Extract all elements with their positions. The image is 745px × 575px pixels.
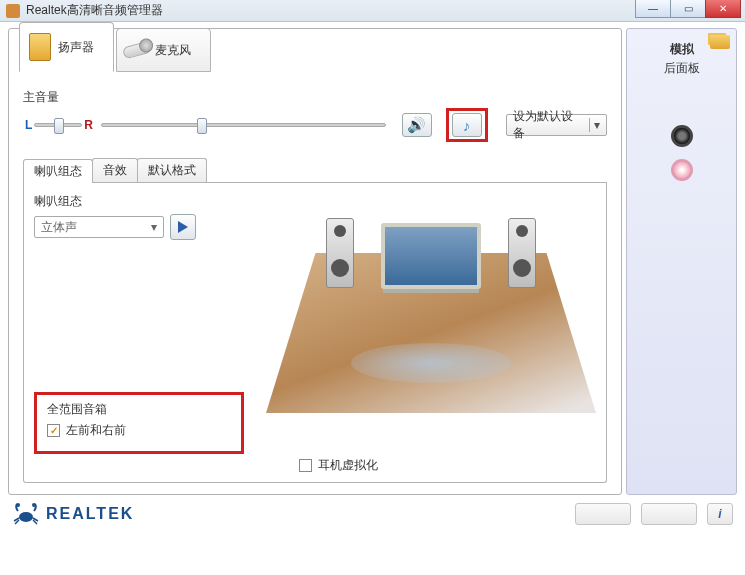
tab-mic[interactable]: 麦克风 (116, 28, 211, 72)
main-volume-label: 主音量 (23, 89, 607, 106)
device-tabs: 扬声器 麦克风 (19, 28, 213, 72)
app-icon (6, 4, 20, 18)
headphone-virtual-label: 耳机虚拟化 (318, 457, 378, 474)
balance-slider[interactable]: L R (23, 118, 95, 132)
main-panel: 扬声器 麦克风 主音量 L R (8, 28, 622, 495)
mute-button[interactable]: 🔊 (402, 113, 432, 137)
svg-point-0 (19, 512, 33, 522)
info-button[interactable]: i (707, 503, 733, 525)
listener-spot (351, 343, 511, 383)
mic-icon (123, 35, 151, 65)
speaker-config-value: 立体声 (41, 219, 77, 236)
chevron-down-icon: ▾ (589, 118, 600, 132)
monitor-3d (381, 223, 481, 289)
volume-thumb[interactable] (197, 118, 207, 134)
audio-format-button[interactable]: ♪ (452, 113, 482, 137)
sound-icon: 🔊 (407, 116, 426, 134)
play-icon (178, 221, 188, 233)
svg-point-1 (16, 503, 20, 507)
analog-label: 模拟 (670, 41, 694, 58)
tab-speaker-label: 扬声器 (58, 39, 94, 56)
sub-tabs: 喇叭组态 音效 默认格式 (23, 158, 607, 183)
front-lr-checkbox[interactable]: ✓ (47, 424, 60, 437)
app-title: Realtek高清晰音频管理器 (26, 2, 163, 19)
titlebar: Realtek高清晰音频管理器 — ▭ ✕ (0, 0, 745, 22)
l-label: L (23, 118, 34, 132)
realtek-logo: REALTEK (12, 503, 134, 525)
bottom-bar: REALTEK i (0, 501, 745, 535)
full-range-group: 全范围音箱 ✓ 左前和右前 (34, 392, 244, 454)
tab-mic-label: 麦克风 (155, 42, 191, 59)
speaker-room-preview (266, 193, 596, 413)
svg-point-2 (32, 503, 36, 507)
bottom-button-1[interactable] (575, 503, 631, 525)
set-default-dropdown[interactable]: 设为默认设备 ▾ (506, 114, 607, 136)
highlight-audio-format: ♪ (446, 108, 488, 142)
speaker-config-label: 喇叭组态 (34, 193, 244, 210)
subtab-default-format[interactable]: 默认格式 (137, 158, 207, 182)
front-lr-label: 左前和右前 (66, 422, 126, 439)
crab-icon (12, 503, 40, 525)
set-default-label: 设为默认设备 (513, 108, 583, 142)
test-play-button[interactable] (170, 214, 196, 240)
volume-slider[interactable] (101, 123, 386, 127)
headphone-virtual-checkbox[interactable]: ✓ (299, 459, 312, 472)
subtab-speaker-config[interactable]: 喇叭组态 (23, 159, 93, 183)
balance-track[interactable] (34, 123, 82, 127)
right-speaker-3d[interactable] (508, 218, 536, 288)
tab-speaker[interactable]: 扬声器 (19, 22, 114, 72)
minimize-button[interactable]: — (635, 0, 671, 18)
speaker-config-dropdown[interactable]: 立体声 ▾ (34, 216, 164, 238)
mic-jack[interactable] (671, 159, 693, 181)
full-range-title: 全范围音箱 (47, 401, 231, 418)
r-label: R (82, 118, 95, 132)
folder-icon[interactable] (710, 35, 730, 49)
balance-thumb[interactable] (54, 118, 64, 134)
subtab-effects[interactable]: 音效 (92, 158, 138, 182)
window-buttons: — ▭ ✕ (636, 0, 741, 18)
music-note-icon: ♪ (463, 117, 471, 134)
subpanel: 喇叭组态 立体声 ▾ (23, 183, 607, 483)
right-panel: 模拟 后面板 (626, 28, 737, 495)
brand-text: REALTEK (46, 505, 134, 523)
chevron-down-icon: ▾ (151, 220, 157, 234)
close-button[interactable]: ✕ (705, 0, 741, 18)
back-panel-label: 后面板 (664, 60, 700, 77)
speaker-icon (26, 32, 54, 62)
bottom-button-2[interactable] (641, 503, 697, 525)
maximize-button[interactable]: ▭ (670, 0, 706, 18)
line-out-jack[interactable] (671, 125, 693, 147)
left-speaker-3d[interactable] (326, 218, 354, 288)
